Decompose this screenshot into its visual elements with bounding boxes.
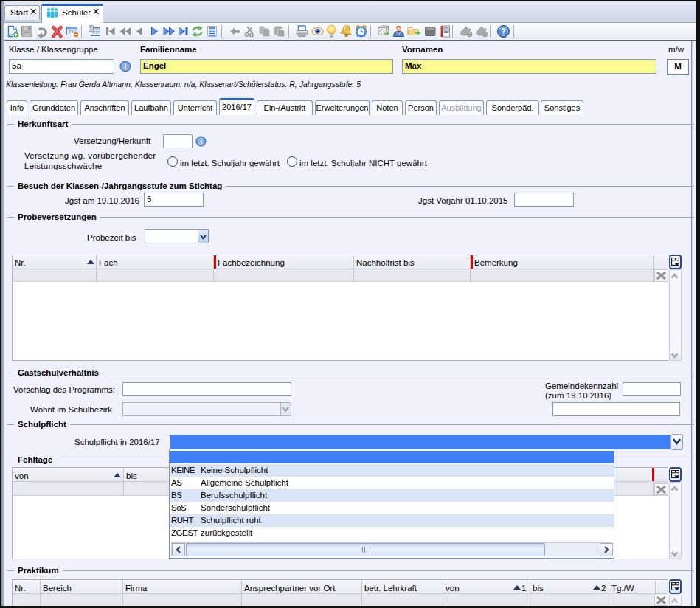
svg-text:i: i — [200, 138, 202, 145]
svg-text:i: i — [125, 63, 127, 71]
svg-text:?: ? — [501, 27, 506, 35]
